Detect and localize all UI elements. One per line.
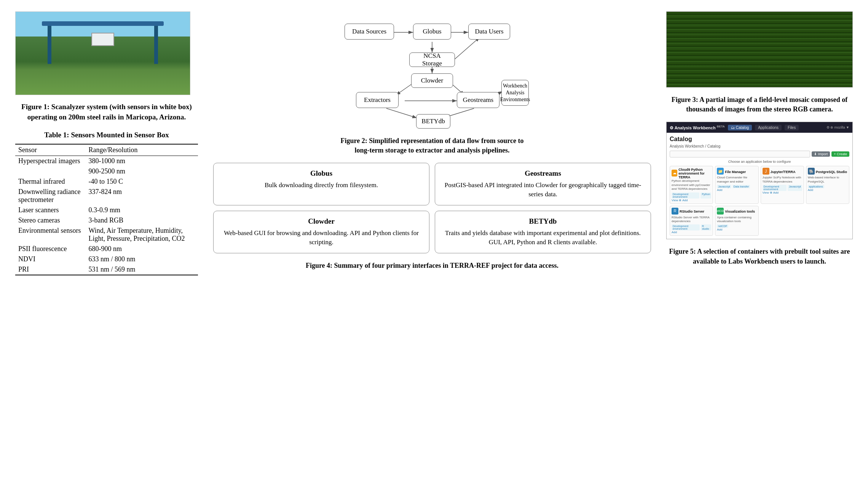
interface-geostreams-title: Geostreams (442, 169, 644, 178)
search-input[interactable] (670, 151, 810, 157)
app-postgresql-footer: applications (808, 185, 847, 188)
app-cloud9-desc: Python development environment with pyCr… (672, 179, 711, 191)
postgresql-icon: 🐘 (808, 168, 815, 175)
table-row: NDVI 633 nm / 800 nm (15, 254, 198, 264)
table-row: Hyperspectral imagers 380-1000 nm (15, 156, 198, 167)
app-rstudio-name: RStudio Server (680, 210, 704, 213)
table-row: Laser scanners 0.3-0.9 mm (15, 205, 198, 215)
flow-box-geostreams: Geostreams (457, 92, 499, 108)
import-button[interactable]: ⬇ Import (812, 151, 830, 157)
tag-js: Javascript (717, 185, 731, 188)
rstudio-icon: R (672, 208, 678, 215)
col-sensor: Sensor (15, 144, 86, 156)
topbar-icons: ⚙ ⊕ mozilla ▼ (827, 126, 849, 129)
fig1-image (15, 11, 190, 95)
app-filemanager-name: File Manager (725, 170, 746, 174)
interfaces-grid: Globus Bulk downloading directly from fi… (213, 163, 651, 253)
sensor-name: PRI (15, 264, 86, 275)
app-cloud9-view-btn[interactable]: View ⊕ Add (672, 199, 711, 202)
interface-betydb: BETYdb Traits and yields database with i… (435, 211, 651, 253)
app-jupyter-name: Jupyter/TERRA (771, 170, 796, 174)
interface-clowder: Clowder Web-based GUI for browsing and d… (213, 211, 429, 253)
workbench-mockup: ⚙ Analysis Workbench BETA 🗂 Catalog Appl… (666, 122, 853, 239)
sensor-name: Stereo cameras (15, 215, 86, 226)
flow-box-globus: Globus (413, 24, 451, 40)
tab-catalog[interactable]: 🗂 Catalog (728, 125, 752, 130)
sensor-range: 900-2500 nm (86, 166, 198, 176)
sensor-range: 380-1000 nm (86, 156, 198, 167)
table-row: 900-2500 nm (15, 166, 198, 176)
sensor-range: 680-900 nm (86, 244, 198, 254)
app-filemanager-desc: Cloud Commander file manager and editor (717, 176, 756, 184)
flow-diagram: Data Sources Globus Data Users NCSA Stor… (333, 11, 531, 133)
app-rstudio-add-btn[interactable]: Add (672, 230, 711, 234)
interface-betydb-title: BETYdb (442, 217, 644, 226)
app-cloud9-name: Cloud9 Pythonenvironment for TERRA (678, 168, 711, 179)
fig5-caption: Figure 5: A selection of containers with… (666, 247, 853, 266)
flow-box-betydb: BETYdb (416, 114, 450, 129)
sensor-box (91, 33, 114, 46)
tag-transfer: Data transfer (732, 185, 750, 188)
choose-app-text: Choose an application below to configure (670, 160, 849, 164)
svg-line-5 (455, 37, 480, 59)
sensor-name: Downwelling radiance spectrometer (15, 187, 86, 205)
app-filemanager-add-btn[interactable]: Add (717, 188, 756, 192)
app-card-cloud9: ☁ Cloud9 Pythonenvironment for TERRA Pyt… (670, 166, 713, 203)
flow-box-clowder: Clowder (411, 73, 453, 88)
tag-dev2: Development environment (763, 185, 787, 191)
sensor-name: PSII fluorescence (15, 244, 86, 254)
left-column: Figure 1: Scanalyzer system (with sensor… (15, 11, 198, 477)
table-row: Environmental sensors Wind, Air Temperat… (15, 226, 198, 244)
breadcrumb: Analysis Workbench / Catalog (670, 144, 849, 148)
app-card-jupyter: J Jupyter/TERRA Jupyter SciPy Notebook w… (761, 166, 804, 203)
app-viz-desc: Xpra container containing visualization … (717, 216, 756, 224)
svg-line-9 (386, 108, 417, 118)
table-row: Stereo cameras 3-band RGB (15, 215, 198, 226)
create-button[interactable]: + Create (831, 151, 849, 157)
interface-betydb-text: Traits and yields database with importan… (442, 229, 644, 247)
fig3-image (666, 11, 853, 87)
flow-box-workbench: Workbench Analysis Environments (501, 80, 529, 106)
sensor-name: Environmental sensors (15, 226, 86, 244)
app-postgresql-desc: Web-based interface to PostgreSQL (808, 176, 847, 184)
app-viz-footer: netCDF (717, 224, 756, 228)
interface-globus-text: Bulk downloading directly from filesyste… (220, 181, 422, 190)
app-jupyter-add-btn[interactable]: View ⊕ Add (763, 191, 802, 194)
tab-applications[interactable]: Applications (755, 125, 782, 130)
app-rstudio-footer: Development environment R studio (672, 224, 711, 230)
interface-geostreams: Geostreams PostGIS-based API integrated … (435, 163, 651, 205)
flow-box-data-users: Data Users (468, 24, 510, 40)
app-viz-add-btn[interactable]: Add (717, 228, 756, 231)
table-row: PSII fluorescence 680-900 nm (15, 244, 198, 254)
tag-js2: Javascript (788, 185, 802, 191)
sensor-name: NDVI (15, 254, 86, 264)
flow-box-data-sources: Data Sources (345, 24, 394, 40)
catalog-title: Catalog (670, 136, 849, 143)
app-card-filemanager: 📁 File Manager Cloud Commander file mana… (715, 166, 758, 203)
app-card-postgresql: 🐘 PostgreSQL Studio Web-based interface … (806, 166, 849, 203)
tag-r: R studio (701, 224, 711, 230)
sensor-range: 531 nm / 569 nm (86, 264, 198, 275)
jupyter-icon: J (763, 168, 769, 175)
tab-files[interactable]: Files (785, 125, 799, 130)
app-postgresql-add-btn[interactable]: Add (808, 188, 847, 192)
gantry-right-leg (154, 26, 158, 64)
interface-globus-title: Globus (220, 169, 422, 178)
gantry-structure (42, 21, 164, 67)
app-jupyter-footer: Development environment Javascript (763, 185, 802, 191)
interface-globus: Globus Bulk downloading directly from fi… (213, 163, 429, 205)
search-bar: ⬇ Import + Create (670, 151, 849, 157)
fig1-caption: Figure 1: Scanalyzer system (with sensor… (15, 102, 198, 122)
sensor-name: Hyperspectral imagers (15, 156, 86, 167)
sensor-table: Sensor Range/Resolution Hyperspectral im… (15, 144, 198, 275)
tag-dev3: Development environment (672, 224, 700, 230)
interface-clowder-title: Clowder (220, 217, 422, 226)
app-cloud9-footer: Development environment Python (672, 192, 711, 199)
viz-icon: netCDF (717, 208, 724, 215)
flow-box-extractors: Extractors (356, 92, 399, 108)
app-filemanager-footer: Javascript Data transfer (717, 185, 756, 188)
interface-clowder-text: Web-based GUI for browsing and downloadi… (220, 229, 422, 247)
table-row: PRI 531 nm / 569 nm (15, 264, 198, 275)
app-jupyter-desc: Jupyter SciPy Notebook with TERRA depend… (763, 176, 802, 184)
interface-geostreams-text: PostGIS-based API integrated into Clowde… (442, 181, 644, 199)
